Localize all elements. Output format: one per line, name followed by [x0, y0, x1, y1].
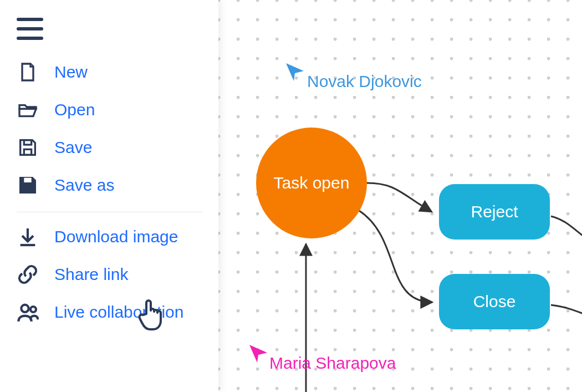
sidebar-panel: New Open Save Save as — [0, 0, 218, 392]
link-icon — [17, 263, 39, 286]
menu-item-label: Save — [54, 138, 92, 157]
menu-item-label: Share link — [54, 265, 128, 284]
node-reject[interactable]: Reject — [439, 184, 550, 240]
user-cursor-1 — [284, 61, 306, 83]
svg-point-4 — [30, 307, 36, 312]
menu-item-share-link[interactable]: Share link — [17, 256, 203, 293]
user-cursor-1-label: Novak Djokovic — [307, 72, 422, 91]
menu-item-new[interactable]: New — [17, 53, 203, 91]
node-label: Close — [473, 292, 516, 311]
flow-canvas[interactable]: Task open Reject Close Novak Djokovic Ma… — [218, 0, 582, 392]
menu-item-label: New — [54, 63, 88, 82]
node-task-open[interactable]: Task open — [256, 128, 367, 238]
node-close[interactable]: Close — [439, 274, 550, 329]
menu-item-label: Download image — [54, 227, 178, 246]
menu-item-open[interactable]: Open — [17, 91, 203, 129]
hamburger-menu-icon[interactable] — [17, 18, 43, 40]
menu-item-label: Open — [54, 100, 95, 119]
svg-rect-0 — [24, 149, 31, 155]
svg-rect-2 — [24, 178, 31, 182]
node-label: Task open — [274, 174, 350, 192]
node-label: Reject — [471, 202, 518, 221]
menu-item-save-as[interactable]: Save as — [17, 166, 203, 204]
file-new-icon — [17, 61, 39, 83]
menu-item-live-collaboration[interactable]: Live collaboration — [17, 293, 203, 331]
collaboration-icon — [17, 301, 39, 323]
menu-item-label: Save as — [54, 176, 114, 195]
svg-point-3 — [21, 305, 28, 312]
folder-open-icon — [17, 99, 39, 121]
user-cursor-2-label: Maria Sharapova — [269, 354, 396, 373]
menu-item-download-image[interactable]: Download image — [17, 218, 203, 256]
menu-item-save[interactable]: Save — [17, 129, 203, 166]
svg-rect-1 — [24, 140, 31, 145]
save-as-icon — [17, 174, 39, 196]
save-icon — [17, 136, 39, 159]
pointer-cursor-icon — [136, 297, 166, 333]
download-icon — [17, 226, 39, 248]
menu-divider — [17, 212, 203, 212]
user-cursor-2 — [247, 343, 269, 365]
